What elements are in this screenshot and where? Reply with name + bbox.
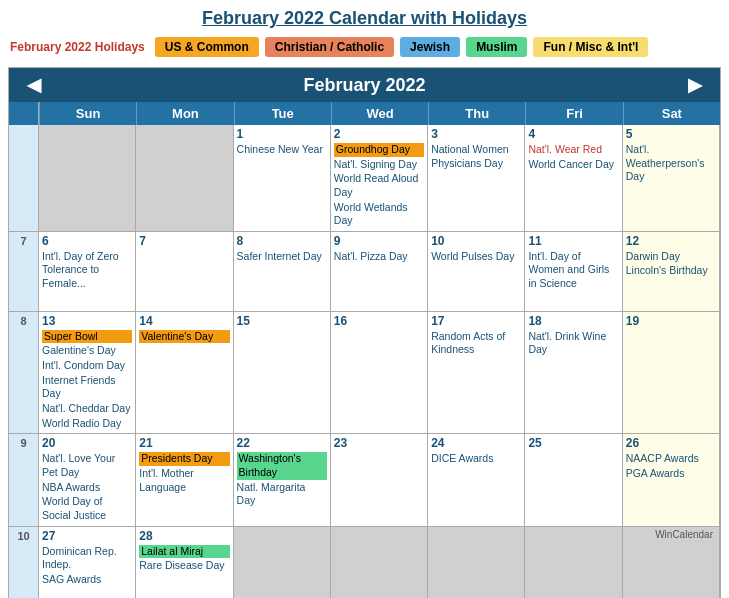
calendar-header: ◀ February 2022 ▶ (9, 68, 720, 102)
cal-cell: 28Lailat al MirajRare Disease Day (136, 527, 233, 598)
day-number: 12 (626, 234, 716, 248)
cal-cell: 20Nat'l. Love Your Pet DayNBA AwardsWorl… (39, 434, 136, 526)
calendar-event: DICE Awards (431, 452, 521, 466)
calendar-event: World Day of Social Justice (42, 495, 132, 522)
cal-cell: 24DICE Awards (428, 434, 525, 526)
week-number-0 (9, 125, 39, 232)
cal-cell: 8Safer Internet Day (234, 232, 331, 312)
days-header-row: Sun Mon Tue Wed Thu Fri Sat (9, 102, 720, 125)
calendar-event: Nat'l. Pizza Day (334, 250, 424, 264)
day-header-wed: Wed (331, 102, 428, 125)
day-number: 25 (528, 436, 618, 450)
calendar-event: Nat'l. Drink Wine Day (528, 330, 618, 357)
cal-cell: 1Chinese New Year (234, 125, 331, 232)
day-number: 5 (626, 127, 716, 141)
calendar-event: Random Acts of Kindness (431, 330, 521, 357)
prev-month-button[interactable]: ◀ (21, 74, 47, 96)
day-number: 1 (237, 127, 327, 141)
cal-cell: 4Nat'l. Wear RedWorld Cancer Day (525, 125, 622, 232)
day-header-thu: Thu (428, 102, 525, 125)
calendar-event: Super Bowl (42, 330, 132, 344)
cal-cell: 2Groundhog DayNat'l. Signing DayWorld Re… (331, 125, 428, 232)
calendar-event: Nat'l. Cheddar Day (42, 402, 132, 416)
calendar-event: NAACP Awards (626, 452, 716, 466)
week-number-1: 7 (9, 232, 39, 312)
day-number: 27 (42, 529, 132, 543)
day-number: 16 (334, 314, 424, 328)
calendar-event: NBA Awards (42, 481, 132, 495)
cal-cell: WinCalendar (623, 527, 720, 598)
day-header-mon: Mon (136, 102, 233, 125)
cal-cell: 25 (525, 434, 622, 526)
calendar-event: Groundhog Day (334, 143, 424, 157)
calendar-event: Safer Internet Day (237, 250, 327, 264)
calendar-event: World Read Aloud Day (334, 172, 424, 199)
cal-cell: 23 (331, 434, 428, 526)
calendar-event: Internet Friends Day (42, 374, 132, 401)
cal-cell (136, 125, 233, 232)
calendar-event: Valentine's Day (139, 330, 229, 344)
day-number: 26 (626, 436, 716, 450)
cal-cell: 10World Pulses Day (428, 232, 525, 312)
day-number: 13 (42, 314, 132, 328)
day-number: 2 (334, 127, 424, 141)
calendar-event: Lailat al Miraj (139, 545, 229, 559)
calendar-event: Lincoln's Birthday (626, 264, 716, 278)
day-number: 21 (139, 436, 229, 450)
cal-cell: 13Super BowlGalentine's DayInt'l. Condom… (39, 312, 136, 434)
day-header-sun: Sun (39, 102, 136, 125)
calendar-event: Int'l. Condom Day (42, 359, 132, 373)
day-number: 17 (431, 314, 521, 328)
week-number-4: 10 (9, 527, 39, 598)
cal-cell: 15 (234, 312, 331, 434)
week-number-2: 8 (9, 312, 39, 434)
day-number: 24 (431, 436, 521, 450)
calendar-event: Int'l. Day of Zero Tolerance to Female..… (42, 250, 132, 291)
day-number: 10 (431, 234, 521, 248)
calendar-event: Darwin Day (626, 250, 716, 264)
week-num-header (9, 102, 39, 125)
calendar-event: Washington's Birthday (237, 452, 327, 479)
cal-cell (428, 527, 525, 598)
calendar-event: National Women Physicians Day (431, 143, 521, 170)
tag-us[interactable]: US & Common (155, 37, 259, 57)
cal-cell: 26NAACP AwardsPGA Awards (623, 434, 720, 526)
day-number: 8 (237, 234, 327, 248)
tag-christian[interactable]: Christian / Catholic (265, 37, 394, 57)
calendar-event: Nat'l. Weatherperson's Day (626, 143, 716, 184)
cal-cell (525, 527, 622, 598)
tag-fun[interactable]: Fun / Misc & Int'l (533, 37, 648, 57)
cal-cell: 9Nat'l. Pizza Day (331, 232, 428, 312)
cal-cell: 11Int'l. Day of Women and Girls in Scien… (525, 232, 622, 312)
calendar-event: World Radio Day (42, 417, 132, 431)
cal-cell: 27Dominican Rep. Indep.SAG Awards (39, 527, 136, 598)
calendar-event: World Cancer Day (528, 158, 618, 172)
day-number: 15 (237, 314, 327, 328)
calendar-event: World Pulses Day (431, 250, 521, 264)
calendar-event: Nat'l. Wear Red (528, 143, 618, 157)
cal-cell: 19 (623, 312, 720, 434)
day-number: 4 (528, 127, 618, 141)
calendar-event: World Wetlands Day (334, 201, 424, 228)
day-header-sat: Sat (623, 102, 720, 125)
calendar-event: PGA Awards (626, 467, 716, 481)
calendar-event: Nat'l. Signing Day (334, 158, 424, 172)
day-number: 9 (334, 234, 424, 248)
day-number: 20 (42, 436, 132, 450)
cal-cell: 5Nat'l. Weatherperson's Day (623, 125, 720, 232)
cal-cell (39, 125, 136, 232)
calendar-event: Int'l. Mother Language (139, 467, 229, 494)
tag-muslim[interactable]: Muslim (466, 37, 527, 57)
cal-cell (234, 527, 331, 598)
tag-jewish[interactable]: Jewish (400, 37, 460, 57)
cal-cell: 16 (331, 312, 428, 434)
next-month-button[interactable]: ▶ (682, 74, 708, 96)
subtitle-label: February 2022 Holidays (10, 40, 145, 54)
day-number: 11 (528, 234, 618, 248)
day-number: 23 (334, 436, 424, 450)
calendar-event: Galentine's Day (42, 344, 132, 358)
day-number: 6 (42, 234, 132, 248)
calendar-event: SAG Awards (42, 573, 132, 587)
cal-cell: 21Presidents DayInt'l. Mother Language (136, 434, 233, 526)
day-number: 14 (139, 314, 229, 328)
